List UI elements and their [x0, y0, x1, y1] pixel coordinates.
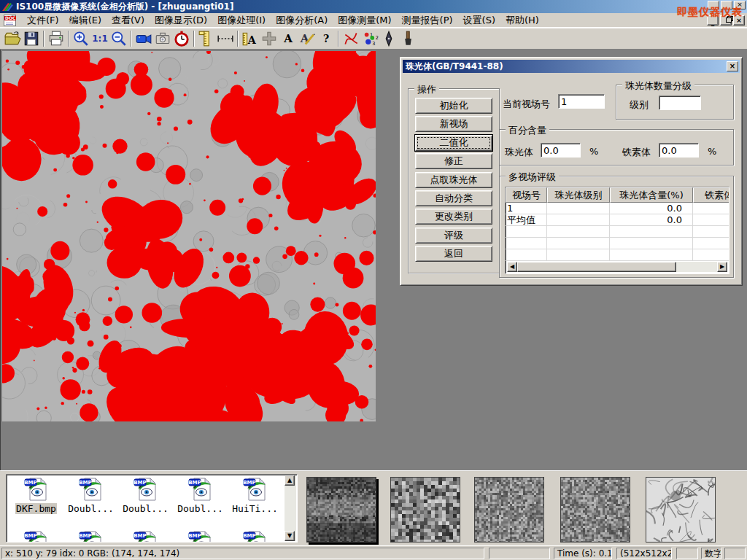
op-button-9[interactable]: 返回 — [415, 246, 492, 262]
table-cell: 平均值 — [506, 214, 547, 226]
thumbnail-2[interactable] — [390, 477, 460, 542]
menu-item-5[interactable]: 图像处理(I) — [212, 12, 271, 28]
menu-item-1[interactable]: 文件(F) — [22, 12, 64, 28]
menu-item-9[interactable]: 设置(S) — [458, 12, 500, 28]
op-button-4[interactable]: 修正 — [415, 153, 492, 169]
op-button-2[interactable]: 新视场 — [415, 116, 492, 132]
table-row[interactable]: 10.0 — [506, 203, 729, 214]
file-item-row2[interactable]: BMP — [228, 530, 282, 542]
table-horizontal-scrollbar[interactable]: ◀ ▶ — [507, 262, 727, 272]
thumbnail-5[interactable] — [646, 477, 716, 542]
pearlite-input[interactable]: 0.0 — [541, 143, 581, 158]
menu-item-7[interactable]: 图像测量(M) — [333, 12, 396, 28]
open-file-icon[interactable] — [3, 29, 22, 48]
move-cross-icon[interactable] — [260, 29, 279, 48]
table-row[interactable]: 平均值0.0 — [506, 214, 729, 226]
menu-item-2[interactable]: 编辑(E) — [64, 12, 107, 28]
toolbar-separator — [193, 31, 195, 47]
curve-draw-icon[interactable] — [341, 29, 360, 48]
mdi-restore-button[interactable] — [720, 15, 732, 26]
pen-icon[interactable] — [379, 29, 398, 48]
file-item-row2[interactable]: BMP — [174, 530, 227, 542]
thumbnail-3[interactable] — [474, 477, 544, 542]
op-button-5[interactable]: 点取珠光体 — [415, 172, 492, 188]
zoom-out-icon[interactable] — [109, 29, 128, 48]
ruler-calibrate-icon[interactable]: A — [241, 29, 260, 48]
ferrite-input[interactable]: 0.0 — [659, 143, 699, 158]
current-field-input[interactable]: 1 — [558, 94, 605, 109]
point-count-icon[interactable]: 123 — [360, 29, 379, 48]
zoom-in-icon[interactable] — [71, 29, 90, 48]
file-name: Doubl... — [67, 503, 115, 514]
document-icon[interactable]: DOC — [4, 15, 16, 26]
file-item-row2[interactable]: BMP — [9, 530, 63, 542]
table-cell — [693, 249, 729, 261]
op-button-8[interactable]: 评级 — [415, 228, 492, 244]
scroll-left-icon[interactable]: ◀ — [507, 262, 517, 272]
file-name: Doubl... — [122, 503, 169, 514]
menu-item-3[interactable]: 查看(V) — [107, 12, 150, 28]
op-button-6[interactable]: 自动分类 — [415, 190, 492, 206]
thumbnail-1[interactable] — [306, 477, 376, 542]
file-item-HuiTi...[interactable]: BMPHuiTi... — [228, 477, 282, 514]
print-icon[interactable] — [47, 29, 66, 48]
scroll-right-icon[interactable]: ▶ — [717, 262, 727, 272]
level-label: 级别 — [630, 98, 649, 112]
rating-table[interactable]: 视场号珠光体级别珠光体含量(%)铁素体含量(%) 10.0平均值0.0 ◀ ▶ — [505, 187, 729, 274]
menu-item-10[interactable]: 帮助(H) — [500, 12, 544, 28]
toolbar-separator — [237, 31, 239, 47]
thumbnail-4[interactable] — [560, 477, 630, 542]
table-row[interactable] — [506, 226, 729, 238]
percent-group-label: 百分含量 — [506, 124, 549, 137]
table-header-2[interactable]: 珠光体级别 — [547, 187, 610, 203]
ruler-horizontal-icon[interactable] — [216, 29, 235, 48]
dialog-close-icon[interactable]: × — [727, 61, 738, 71]
file-item-row2[interactable]: BMP — [119, 530, 172, 542]
dialog-title-bar[interactable]: 珠光体(GB/T9441-88) × — [403, 60, 740, 73]
ferrite-label: 铁素体 — [622, 146, 651, 159]
file-item-Doubl...[interactable]: BMPDoubl... — [174, 477, 227, 514]
table-header-3[interactable]: 珠光体含量(%) — [610, 187, 693, 203]
status-panel-empty-1 — [489, 548, 550, 559]
op-button-7[interactable]: 更改类别 — [415, 209, 492, 225]
menu-item-8[interactable]: 测量报告(P) — [397, 12, 458, 28]
table-header-4[interactable]: 铁素体含量(%) — [693, 187, 729, 203]
mdi-close-button[interactable]: × — [733, 15, 745, 26]
video-camera-icon[interactable] — [134, 29, 153, 48]
file-browser-scrollbar[interactable]: ▲ ▼ — [285, 475, 296, 541]
op-button-1[interactable]: 初始化 — [415, 98, 492, 114]
dialog-title: 珠光体(GB/T9441-88) — [406, 61, 503, 73]
text-label-icon[interactable]: A — [279, 29, 298, 48]
table-cell — [547, 226, 610, 238]
metallographic-image[interactable] — [2, 51, 376, 421]
menu-item-6[interactable]: 图像分析(A) — [271, 12, 333, 28]
table-row[interactable] — [506, 249, 729, 261]
mdi-minimize-button[interactable]: _ — [707, 15, 719, 26]
file-item-row2[interactable]: BMP — [64, 530, 117, 542]
file-item-Doubl...[interactable]: BMPDoubl... — [64, 477, 117, 514]
scroll-down-icon[interactable]: ▼ — [285, 531, 295, 541]
ruler-vertical-icon[interactable] — [197, 29, 216, 48]
table-row[interactable] — [506, 238, 729, 249]
window-minimize-button[interactable] — [708, 1, 719, 9]
svg-text:BMP: BMP — [133, 533, 146, 539]
file-item-Doubl...[interactable]: BMPDoubl... — [119, 477, 172, 514]
menu-item-4[interactable]: 图像显示(D) — [150, 12, 212, 28]
file-item-DKF.bmp[interactable]: BMPDKF.bmp — [9, 477, 63, 514]
scroll-up-icon[interactable]: ▲ — [285, 475, 295, 486]
save-icon[interactable] — [22, 29, 41, 48]
photo-camera-icon[interactable] — [153, 29, 172, 48]
stopwatch-icon[interactable] — [172, 29, 191, 48]
status-panel-empty-3 — [724, 548, 746, 559]
current-field-label: 当前视场号 — [503, 98, 550, 111]
window-restore-button[interactable] — [721, 1, 732, 9]
table-header-1[interactable]: 视场号 — [506, 187, 547, 203]
text-edit-icon[interactable]: A — [298, 29, 317, 48]
op-button-3[interactable]: 二值化 — [415, 135, 492, 151]
window-close-button[interactable]: × — [734, 1, 746, 9]
scrollbar-thumb[interactable] — [517, 262, 676, 272]
level-input[interactable] — [659, 96, 701, 110]
brush-icon[interactable] — [398, 29, 417, 48]
help-icon[interactable]: ? — [317, 29, 336, 48]
actual-size-icon[interactable]: 1:1 — [90, 29, 109, 48]
